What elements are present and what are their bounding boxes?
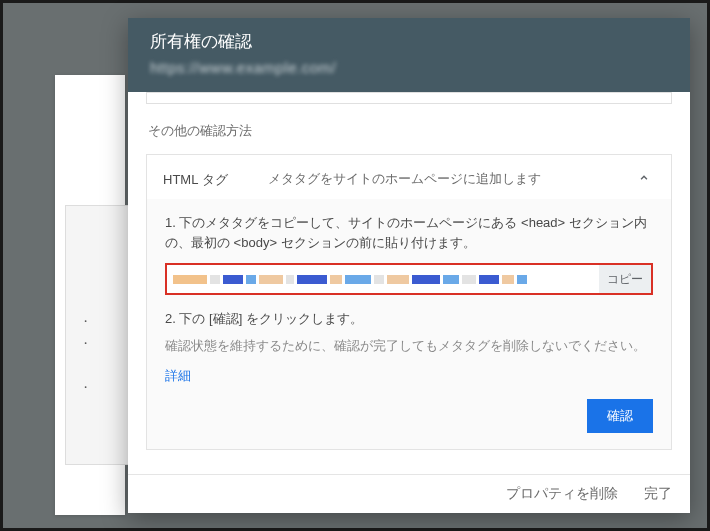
method-body: 1. 下のメタタグをコピーして、サイトのホームページにある <head> セクシ…	[147, 199, 671, 449]
method-name: HTML タグ	[163, 169, 228, 189]
step2-text: 2. 下の [確認] をクリックします。	[165, 309, 653, 329]
verify-button[interactable]: 確認	[587, 399, 653, 433]
verify-row: 確認	[165, 385, 653, 433]
other-methods-heading: その他の確認方法	[148, 122, 672, 140]
copy-button[interactable]: コピー	[599, 265, 651, 293]
background-subpanel	[65, 205, 135, 465]
dialog-title: 所有権の確認	[150, 30, 668, 53]
ownership-verify-dialog: 所有権の確認 https://www.example.com/ その他の確認方法…	[128, 18, 690, 513]
dialog-body-scroll[interactable]: その他の確認方法 HTML タグ メタタグをサイトのホームページに追加します 1…	[128, 92, 690, 474]
done-button[interactable]: 完了	[644, 485, 672, 503]
expand-collapse-icon[interactable]	[633, 169, 655, 189]
step1-text: 1. 下のメタタグをコピーして、サイトのホームページにある <head> セクシ…	[165, 213, 653, 253]
dialog-header: 所有権の確認 https://www.example.com/	[128, 18, 690, 92]
meta-tag-row: コピー	[165, 263, 653, 295]
meta-tag-code[interactable]	[167, 265, 599, 293]
method-header-row[interactable]: HTML タグ メタタグをサイトのホームページに追加します	[147, 155, 671, 199]
dialog-property-url: https://www.example.com/	[150, 59, 668, 76]
remove-property-button[interactable]: プロパティを削除	[506, 485, 618, 503]
dialog-footer: プロパティを削除 完了	[128, 474, 690, 513]
html-tag-method-card: HTML タグ メタタグをサイトのホームページに追加します 1. 下のメタタグを…	[146, 154, 672, 450]
retain-tag-note: 確認状態を維持するために、確認が完了してもメタタグを削除しないでください。	[165, 337, 653, 356]
details-link[interactable]: 詳細	[165, 367, 191, 385]
method-description: メタタグをサイトのホームページに追加します	[268, 169, 593, 189]
background-bullets: ・・・	[80, 310, 91, 398]
collapsed-previous-panel	[146, 92, 672, 104]
